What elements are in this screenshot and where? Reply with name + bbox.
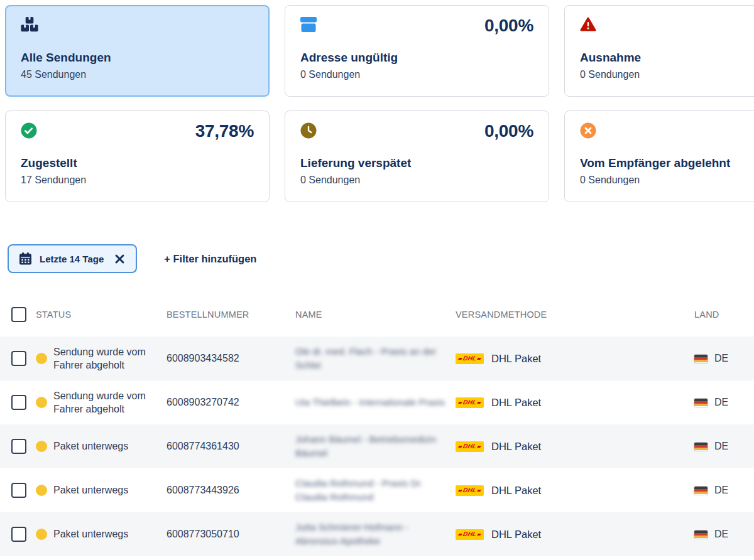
box-icon — [300, 17, 317, 32]
shipping-method: DHL Paket — [491, 485, 541, 497]
date-filter-chip[interactable]: Letzte 14 Tage — [8, 244, 137, 273]
column-header-country: LAND — [694, 310, 754, 320]
table-row[interactable]: Sendung wurde vom Fahrer abgeholt 600890… — [0, 337, 754, 380]
card-title: Alle Sendungen — [21, 51, 254, 65]
card-lieferung-verspaetet[interactable]: 0,00% Lieferung verspätet 0 Sendungen — [285, 110, 549, 202]
card-count: 0 Sendungen — [580, 69, 754, 80]
status-dot — [36, 485, 47, 496]
dhl-logo: DHL — [456, 485, 484, 496]
dhl-logo: DHL — [456, 353, 484, 364]
row-checkbox[interactable] — [11, 395, 26, 410]
packages-icon — [21, 17, 38, 32]
date-filter-label: Letzte 14 Tage — [40, 254, 104, 264]
status-text: Paket unterwegs — [53, 483, 128, 497]
dhl-logo-text: DHL — [462, 355, 478, 362]
germany-flag-icon — [694, 399, 708, 407]
cross-circle-icon — [580, 122, 596, 139]
order-number: 6008773443926 — [167, 485, 295, 496]
dhl-dash — [478, 446, 481, 448]
germany-flag-icon — [694, 443, 708, 451]
customer-name: Jutta Schmierer-Hofmann - Abronsius-Apot… — [295, 520, 446, 548]
card-count: 17 Sendungen — [21, 175, 254, 186]
dhl-logo-text: DHL — [462, 531, 478, 537]
dhl-dash — [458, 446, 462, 448]
dhl-dash — [478, 402, 481, 404]
germany-flag-icon — [694, 355, 708, 363]
customer-name: Claudia Rothmund - Praxis Dr. Claudia Ro… — [295, 477, 446, 504]
close-icon[interactable] — [114, 254, 125, 264]
dhl-logo: DHL — [456, 397, 484, 408]
card-percent: 37,78% — [195, 122, 254, 140]
card-title: Vom Empfänger abgelehnt — [580, 156, 754, 170]
country-code: DE — [714, 353, 728, 364]
dhl-logo: DHL — [456, 441, 484, 452]
dhl-dash — [458, 402, 462, 404]
row-checkbox[interactable] — [11, 439, 26, 454]
table-row[interactable]: Sendung wurde vom Fahrer abgeholt 600890… — [0, 380, 754, 424]
select-all-checkbox[interactable] — [11, 307, 26, 322]
customer-name: Uta Thielbein - Internationale Praxis — [295, 396, 445, 409]
country-code: DE — [714, 441, 728, 452]
dhl-dash — [478, 534, 481, 536]
dhl-logo-text: DHL — [462, 443, 478, 450]
card-ausnahme[interactable]: Ausnahme 0 Sendungen — [564, 5, 754, 97]
row-checkbox[interactable] — [11, 527, 26, 542]
status-text: Sendung wurde vom Fahrer abgeholt — [53, 389, 153, 416]
card-percent: 0,00% — [484, 122, 533, 140]
dhl-dash — [478, 490, 481, 492]
dhl-logo-text: DHL — [462, 399, 478, 406]
card-alle-sendungen[interactable]: Alle Sendungen 45 Sendungen — [5, 5, 270, 97]
card-title: Ausnahme — [580, 51, 754, 65]
order-number: 6008774361430 — [167, 441, 295, 452]
table-row[interactable]: Paket unterwegs 6008773443926 Claudia Ro… — [0, 468, 754, 512]
dhl-dash — [458, 534, 462, 536]
table-row[interactable]: Paket unterwegs 6008774361430 Johann Bäu… — [0, 424, 754, 468]
card-count: 0 Sendungen — [580, 175, 754, 186]
column-header-method: VERSANDMETHODE — [456, 310, 694, 320]
add-filter-button[interactable]: + Filter hinzufügen — [164, 253, 256, 265]
status-dot — [36, 441, 47, 452]
row-checkbox[interactable] — [11, 351, 26, 366]
shipping-method: DHL Paket — [491, 441, 541, 453]
order-number: 6008903270742 — [167, 397, 295, 408]
status-dot — [36, 397, 47, 408]
status-text: Paket unterwegs — [53, 527, 128, 541]
dhl-dash — [458, 490, 462, 492]
card-title: Adresse ungültig — [300, 51, 533, 65]
column-header-order: BESTELLNUMMER — [167, 310, 295, 320]
card-top — [580, 17, 754, 40]
order-number: 6008903434582 — [167, 353, 295, 364]
customer-name: Ole dr. med. Flach - Praxis an der Schle… — [295, 345, 446, 372]
row-checkbox[interactable] — [11, 483, 26, 498]
card-count: 0 Sendungen — [300, 175, 533, 186]
order-number: 6008773050710 — [167, 529, 295, 540]
card-top: 0,00% — [300, 17, 533, 40]
clock-icon — [300, 122, 317, 139]
card-top: 37,78% — [21, 122, 254, 145]
card-top — [21, 17, 254, 40]
germany-flag-icon — [694, 487, 708, 495]
warning-triangle-icon — [580, 17, 596, 32]
dhl-logo-text: DHL — [462, 487, 478, 493]
calendar-icon — [19, 252, 31, 265]
customer-name: Johann Bäumel - Betriebsmedizin Bäumel — [295, 433, 446, 460]
summary-cards-section: Alle Sendungen 45 Sendungen 0,00% Adress… — [5, 5, 754, 202]
card-vom-empfaenger-abgelehnt[interactable]: Vom Empfänger abgelehnt 0 Sendungen — [564, 110, 754, 202]
dhl-dash — [478, 358, 481, 360]
card-top: 0,00% — [300, 122, 533, 145]
table-row[interactable]: Paket unterwegs 6008773050710 Jutta Schm… — [0, 512, 754, 556]
card-title: Lieferung verspätet — [300, 156, 533, 170]
status-text: Sendung wurde vom Fahrer abgeholt — [53, 345, 153, 372]
dhl-logo: DHL — [456, 529, 484, 540]
card-count: 0 Sendungen — [300, 69, 533, 80]
shipments-table: STATUS BESTELLNUMMER NAME VERSANDMETHODE… — [0, 300, 754, 556]
country-code: DE — [714, 529, 728, 540]
shipping-method: DHL Paket — [491, 529, 541, 541]
filter-bar: Letzte 14 Tage + Filter hinzufügen — [8, 244, 256, 273]
card-zugestellt[interactable]: 37,78% Zugestellt 17 Sendungen — [5, 110, 270, 202]
check-circle-icon — [21, 122, 37, 139]
card-adresse-ungueltig[interactable]: 0,00% Adresse ungültig 0 Sendungen — [285, 5, 549, 97]
card-top — [580, 122, 754, 145]
dhl-dash — [458, 358, 462, 360]
status-text: Paket unterwegs — [53, 439, 128, 453]
